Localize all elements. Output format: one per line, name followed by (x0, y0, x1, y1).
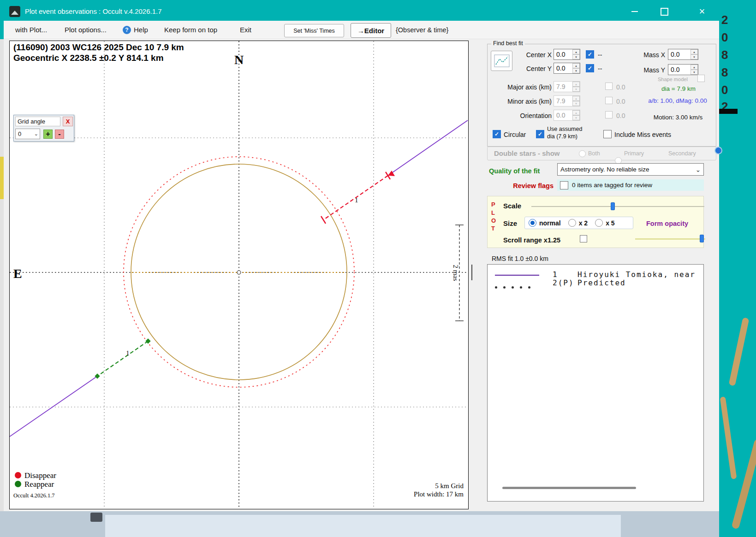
spin-down[interactable] (572, 101, 580, 106)
rms-fit-text: RMS fit 1.0 ±0.0 km (492, 255, 548, 262)
minor-axis-input[interactable]: 7.9 (554, 95, 580, 106)
opacity-slider[interactable] (635, 234, 705, 243)
use-assumed-checkbox[interactable] (536, 130, 544, 138)
review-flags-checkbox[interactable] (560, 181, 568, 189)
spin-up[interactable] (572, 63, 580, 68)
size-normal-radio[interactable] (529, 219, 536, 227)
spin-down[interactable] (572, 87, 580, 92)
grid-angle-close-button[interactable]: X (63, 117, 73, 126)
observation-name[interactable]: Hiroyuki Tomioka, near (577, 270, 696, 279)
menu-help[interactable]: Help (134, 21, 148, 39)
spin-up[interactable] (691, 49, 698, 54)
spin-up[interactable] (572, 96, 580, 101)
splitter-tick[interactable] (471, 265, 472, 280)
grid-angle-title-box: Grid angle (15, 117, 60, 126)
bg-bottom-inner (105, 515, 621, 537)
app-icon (9, 6, 20, 17)
editor-label: →Editor (357, 27, 384, 35)
horizontal-scrollbar-thumb[interactable] (502, 487, 636, 489)
observation-number: 2(P) (553, 278, 574, 287)
chord-green-number: 1 (126, 349, 130, 357)
mass-y-input[interactable]: 0.0 (668, 64, 698, 75)
opacity-slider-thumb[interactable] (700, 235, 704, 242)
maximize-icon (661, 8, 668, 16)
scale-slider-thumb[interactable] (611, 202, 615, 210)
set-miss-times-button[interactable]: Set 'Miss' Times (284, 24, 344, 37)
spin-down[interactable] (691, 70, 698, 75)
version-label: Occult 4.2026.1.7 (13, 492, 55, 499)
grid-size-label: 5 km Grid (435, 482, 464, 490)
menu-plot-options[interactable]: Plot options... (65, 21, 107, 39)
observation-name[interactable]: Predicted (577, 278, 626, 287)
spin-up[interactable] (572, 82, 580, 87)
spin-down[interactable] (572, 68, 580, 73)
maximize-button[interactable] (654, 2, 675, 21)
circular-label: Circular (504, 131, 526, 138)
center-x-checkbox[interactable] (586, 50, 594, 59)
spin-up[interactable] (572, 49, 580, 54)
menu-keep-on-top[interactable]: Keep form on top (164, 21, 217, 39)
center-y-checkbox[interactable] (586, 64, 594, 72)
double-both-radio[interactable] (579, 150, 586, 157)
plot-letter-p: P (491, 201, 495, 208)
quality-dropdown[interactable]: Astrometry only. No reliable size (557, 163, 704, 176)
grid-angle-select[interactable]: 0 (15, 129, 40, 139)
spin-down[interactable] (691, 54, 698, 59)
bg-bottom-strip (0, 511, 719, 537)
orientation-input[interactable]: 0.0 (554, 110, 580, 121)
spin-down[interactable] (572, 115, 580, 120)
grid-angle-minus-button[interactable]: - (55, 130, 64, 139)
size-x5-radio[interactable] (595, 219, 603, 227)
orientation-checkbox[interactable] (605, 111, 613, 118)
double-primary-label: Primary (624, 150, 644, 157)
observations-listbox[interactable]: 1 Hiroyuki Tomioka, near 2(P) Predicted (487, 264, 704, 502)
legend-disappear: Disappear (24, 471, 56, 480)
bg-tan-stroke (731, 438, 756, 529)
bg-digit: 8 (721, 48, 728, 62)
review-flags-label: Review flags (503, 182, 554, 189)
mass-x-input[interactable]: 0.0 (668, 49, 698, 60)
minimize-button[interactable] (624, 2, 645, 21)
scale-slider[interactable] (531, 202, 704, 211)
menu-with-plot[interactable]: with Plot... (15, 21, 47, 39)
minor-axis-checkbox[interactable] (605, 97, 613, 104)
reappear-dot (15, 481, 21, 487)
center-x-label: Center X (515, 51, 552, 59)
size-x2-radio[interactable] (568, 219, 576, 227)
scroll-range-checkbox[interactable] (580, 235, 587, 242)
fit-chart-button[interactable] (491, 51, 512, 71)
include-miss-checkbox[interactable] (603, 130, 612, 138)
form-opacity-label: Form opacity (646, 220, 688, 227)
minor-axis-label: Minor axis (km) (492, 98, 552, 105)
editor-button[interactable]: →Editor (351, 23, 391, 38)
observer-time-label[interactable]: {Observer & time} (396, 21, 448, 39)
center-x-flag: -- (598, 51, 602, 59)
major-axis-checkbox[interactable] (605, 83, 613, 90)
size-normal-label: normal (539, 219, 561, 227)
size-x2-label: x 2 (579, 219, 588, 227)
plot-canvas[interactable]: 1 1 (116090) 2003 WC126 2025 Dec 10 7.9 … (10, 41, 468, 509)
circular-checkbox[interactable] (493, 130, 501, 138)
close-button[interactable]: × (691, 2, 713, 21)
spin-up[interactable] (572, 110, 580, 115)
center-y-input[interactable]: 0.0 (554, 63, 580, 74)
spin-up[interactable] (691, 65, 698, 70)
mass-x-label: Mass X (637, 51, 665, 59)
review-flags-value: 0 items are tagged for review (572, 182, 652, 189)
menu-bar: with Plot... Plot options... ? Help Keep… (4, 21, 719, 39)
reappearance-uncertainty (97, 341, 148, 376)
shape-model-checkbox[interactable] (697, 75, 705, 82)
plot-title-line2: Geocentric X 2238.5 ±0.2 Y 814.1 km (13, 53, 164, 63)
grid-angle-plus-button[interactable]: + (43, 130, 53, 139)
menu-exit[interactable]: Exit (240, 21, 251, 39)
center-marker (237, 271, 241, 274)
center-x-input[interactable]: 0.0 (554, 49, 580, 60)
major-axis-input[interactable]: 7.9 (554, 81, 580, 92)
orientation-flag: 0.0 (616, 112, 625, 119)
mass-y-label: Mass Y (637, 66, 665, 74)
close-icon: × (699, 6, 705, 18)
spin-down[interactable] (572, 54, 580, 59)
motion-text: Motion: 3.00 km/s (646, 114, 710, 121)
title-bar[interactable]: Plot event observations : Occult v.4.202… (4, 2, 719, 21)
plot-area[interactable]: 1 1 (116090) 2003 WC126 2025 Dec 10 7.9 … (9, 41, 469, 509)
